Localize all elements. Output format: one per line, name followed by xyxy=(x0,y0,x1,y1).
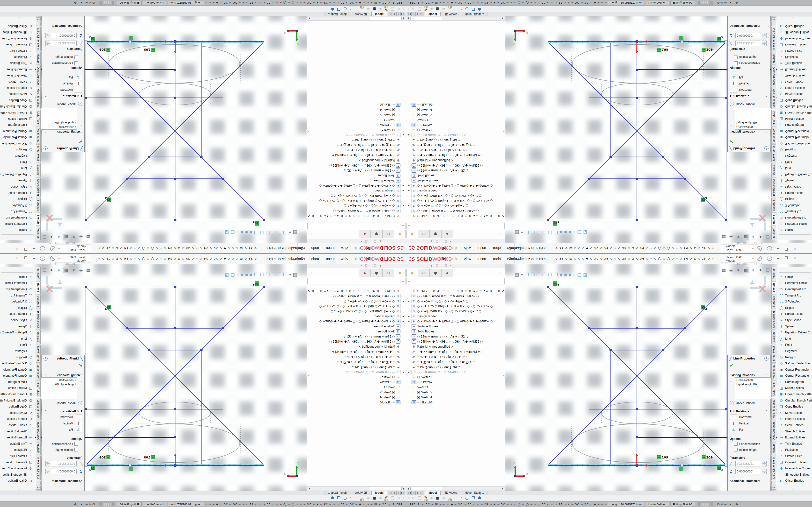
tree-row[interactable]: ⚙Material < not specified > xyxy=(307,344,406,349)
dropdown-caret-icon[interactable]: ▾ xyxy=(735,267,741,273)
tree-row[interactable]: ▱○ ·◎ ✚ ○ ✳ ◉[ ○ ◦ ○ ]◉ ✳ ○ ✚ ◎· ○ xyxy=(307,354,406,359)
relation-item[interactable]: Equal length109 xyxy=(42,120,75,125)
view-cube-icon[interactable]: ❒ xyxy=(277,272,281,277)
tree-row[interactable]: ❖тЯPDL2.⊙ ЗЄ ⊙ Ш ⊙ ⊙ ⊙ ✚ ⊙ ƆC ⊙ ЗЄ ⊙ ∔ ⊙… xyxy=(307,214,406,219)
gray-triangle[interactable] xyxy=(548,376,726,465)
command-tab-data-migration[interactable]: Data Migration xyxy=(771,65,776,87)
tool-intersection-curve[interactable]: ⊛Intersection Curve xyxy=(0,36,35,42)
toolbar-grip[interactable]: ⁞⁞ xyxy=(403,497,404,499)
tree-row[interactable]: Σ○ 25ИN◎◦✚ А∩ᵚЗЄ ○ ◦ ○ ЗЄᵚ∩А ✚◦◎NИ52 ○ xyxy=(406,339,505,344)
view-cube-icon[interactable]: ▾ xyxy=(289,230,292,235)
tree-row[interactable]: ❖тЯPDL2.⊙ ЗЄ ⊙ Ш ⊙ ⊙ ⊙ ✚ ⊙ ƆC ⊙ ЗЄ ⊙ ∔ ⊙… xyxy=(406,288,505,293)
panel-collapse-nub[interactable] xyxy=(305,374,309,377)
sheets-icon[interactable]: ❏ xyxy=(391,7,394,11)
command-tab-weldments[interactable]: Weldments xyxy=(36,363,41,380)
command-tab--[interactable]: ⁞ xyxy=(771,22,776,26)
add-relation-vertical[interactable]: ❘Vertical xyxy=(730,81,749,86)
menu-tools[interactable]: Tools xyxy=(311,257,319,261)
tool-tangent-arc[interactable]: ⌒Tangent Arc xyxy=(0,209,35,215)
tree-row[interactable]: ⊞(-) Sketch6 xyxy=(406,102,505,107)
wireframe-cube-icon[interactable]: ❒ xyxy=(41,267,47,273)
relation-tags[interactable]: = 109 = 109 ╱ ▨ 3 ▨ 3 ▨ 3 xyxy=(89,36,259,225)
dimxpert-icon[interactable]: ⊕ xyxy=(371,269,382,277)
line-format-icon[interactable]: ≡ xyxy=(379,496,382,500)
command-tab-sketch[interactable]: Sketch xyxy=(36,213,41,225)
tool-partial-ellipse[interactable]: ◖Partial Ellipse xyxy=(777,311,812,317)
option-for-construction[interactable]: For construction xyxy=(52,442,78,446)
tree-row[interactable]: Σ○ 25ИN◎◦✚ А∩ᵚЗЄ ○ ◦ ○ ЗЄᵚ∩А ✚◦◎NИ52 ○ xyxy=(307,163,406,168)
tool-scale-entities[interactable]: ➚Scale Entities xyxy=(777,422,812,428)
doc-tab-motion-study-1[interactable]: Motion Study 1 xyxy=(324,12,351,16)
parameter-field[interactable]: 10.88152731 xyxy=(52,461,77,466)
part-tree-icon[interactable]: ❖ xyxy=(394,269,406,277)
command-tab-mesh-modeling[interactable]: Mesh Modeling xyxy=(771,398,776,420)
command-tab-features[interactable]: Features xyxy=(771,267,776,281)
tree-row[interactable]: ∟(-) Sketch1 xyxy=(307,375,406,380)
additional-parameters-header[interactable]: Additional Parameters xyxy=(729,479,760,483)
blue-sketch-lines[interactable] xyxy=(548,287,726,465)
option-for-construction[interactable]: For construction xyxy=(734,442,760,446)
tree-row[interactable]: ▱○ ✚ ИN◎▪+ ○ ✳ ◉[ ○ ◦ ○ ]◉ ✳ ○ +▪◎NИ ✚ ○ xyxy=(406,153,505,158)
view-cube-icon[interactable]: ❒ xyxy=(277,230,281,235)
view-cube-icon[interactable]: ■ xyxy=(564,272,567,277)
tree-row[interactable]: ∟Sketch3 xyxy=(307,385,406,390)
search-icon[interactable]: ⌕ xyxy=(752,256,754,260)
tool-line[interactable]: ╱Line xyxy=(0,165,35,171)
view-cube-icon[interactable]: ▢ xyxy=(577,272,581,277)
view-cube-icon[interactable]: ▾ xyxy=(289,272,292,277)
tree-row[interactable]: ▱○ ·◎ ✚ ○ ✳ ◉[ ○ ◦ ○ ]◉ ✳ ○ ✚ ◎· ○ xyxy=(406,354,505,359)
tool-sketch-fillet[interactable]: ◜Sketch Fillet xyxy=(0,453,35,459)
tool-mirror-entities[interactable]: ◫Mirror Entities xyxy=(777,385,812,391)
command-tab-features[interactable]: Features xyxy=(36,226,41,240)
tree-row[interactable]: ∟(-) Sketch5 xyxy=(406,390,505,395)
config-icon[interactable]: ⚙ xyxy=(382,269,394,277)
tab-nav-icon[interactable]: ◀ xyxy=(411,12,416,16)
command-tab-data-migration[interactable]: Data Migration xyxy=(771,420,776,442)
dropdown-caret-icon[interactable]: ▾ xyxy=(71,234,77,240)
hide-show-eye-icon[interactable]: ◉ xyxy=(78,267,84,273)
menu-file[interactable]: File xyxy=(367,246,373,250)
relation-item[interactable]: Collinear108 xyxy=(42,378,75,382)
checkbox-icon[interactable] xyxy=(734,56,738,59)
document-window-controls[interactable]: ◧◨–❐✕ xyxy=(737,241,763,245)
ok-check-icon[interactable]: ✔ xyxy=(78,139,83,145)
tree-row[interactable]: ∟(-) Sketch4 xyxy=(307,395,406,400)
view-cube-icon[interactable]: ■ xyxy=(569,230,571,235)
view-cube-icon[interactable]: ■ xyxy=(241,272,243,277)
tool-segment[interactable]: ⁚Segment xyxy=(0,348,35,354)
tree-row[interactable]: ∞○ 25·∩ ✳ ▪Аm ○ ◦ ○ mА▪ ✳ ∩·52 ○ xyxy=(307,334,406,339)
child-window-control-icon[interactable]: – xyxy=(749,262,751,266)
line-endpoint-handle[interactable] xyxy=(129,464,132,467)
tree-row[interactable]: ∟Sketch3 xyxy=(406,117,505,122)
tree-row[interactable]: ◈Surface Bodies xyxy=(406,178,505,183)
spinner-buttons[interactable]: ▲▼ xyxy=(762,41,767,46)
tree-row[interactable]: ∟○ ИN◦ƽ◦▪◎ ○ ◦ ○ ◎▪◦ƽ◦NИ ○ xyxy=(406,364,505,370)
scroll-left-icon[interactable]: ◀ xyxy=(406,17,410,19)
restore-icon[interactable]: ❐ xyxy=(784,246,788,251)
tree-row[interactable]: ∟(-) Sketch5 xyxy=(307,390,406,395)
heads-up-toolbar[interactable]: ▦◉▾▩●●❒ xyxy=(721,267,771,273)
small-ellipse[interactable] xyxy=(602,402,673,424)
tree-row[interactable]: ▶A○ 25ИN◎◦✚ А ✚ ◎ИNА ○ ◦ ○ АИN◎ ✚ А ✚◦◎N… xyxy=(307,319,406,324)
tab-nav-icon[interactable]: ▶❘ xyxy=(420,12,424,16)
tree-horizontal-scrollbar[interactable]: ◀ ▶ xyxy=(406,487,505,491)
tool-polygon[interactable]: ⬡Polygon xyxy=(0,354,35,360)
grid-icon[interactable]: ▦ xyxy=(436,496,439,500)
additional-parameters-header[interactable]: Additional Parameters xyxy=(52,24,83,28)
command-tab-mbd-dimensions[interactable]: MBD Dimensions xyxy=(36,456,41,481)
config-icon[interactable]: ⚙ xyxy=(382,230,394,238)
menu-view[interactable]: View xyxy=(341,257,348,261)
tool-fit-spline[interactable]: ⌣Fit Spline xyxy=(777,447,812,453)
panel-chevron-icon[interactable]: › xyxy=(500,271,501,275)
folder-check-icon[interactable]: ❐ xyxy=(471,496,475,500)
tree-row[interactable]: ∟(-) Sketch1 xyxy=(406,127,505,132)
clock-icon[interactable]: ◷ xyxy=(465,7,469,11)
options-header[interactable]: Options xyxy=(71,437,83,441)
scene-sphere-icon[interactable]: ● xyxy=(758,234,763,240)
user-icon[interactable]: ☺ xyxy=(757,256,762,261)
command-tab-mesh-modeling[interactable]: Mesh Modeling xyxy=(36,87,41,109)
doc-tab-motion-study-1[interactable]: Motion Study 1 xyxy=(461,12,488,16)
command-tab-surfaces[interactable]: Surfaces xyxy=(36,294,41,309)
tab-nav-icon[interactable]: ❘◀ xyxy=(401,12,405,16)
command-tab-mbd-dimensions[interactable]: MBD Dimensions xyxy=(771,456,776,481)
